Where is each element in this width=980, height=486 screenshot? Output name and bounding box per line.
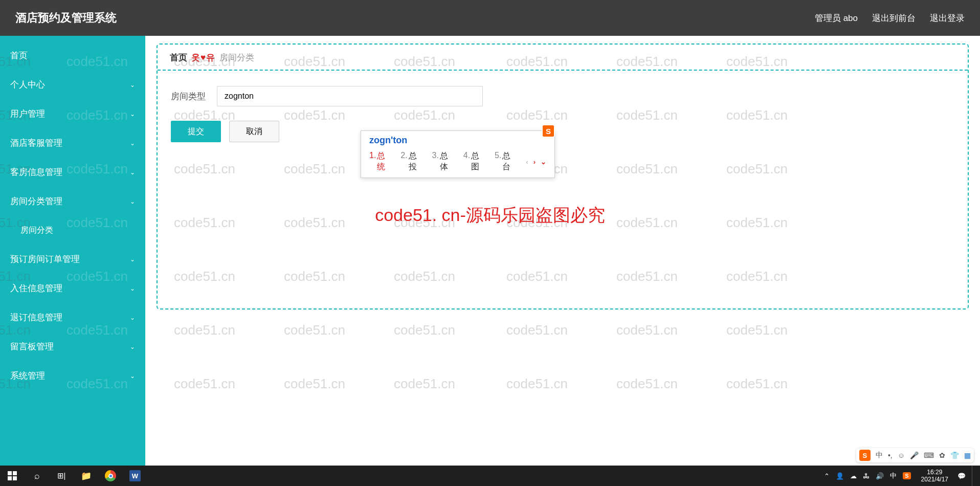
ime-prev-icon[interactable]: ‹ [526,158,528,166]
ime-expand-icon[interactable]: ⌄ [541,158,546,166]
search-icon: ⌕ [34,471,40,481]
sidebar-item-label: 系统管理 [10,370,45,382]
form-row-roomtype: 房间类型 [171,86,954,106]
sidebar-item-label: 入住信息管理 [10,282,62,294]
sidebar-item-label: 预订房间订单管理 [10,253,80,265]
submit-button[interactable]: 提交 [171,121,221,142]
sidebar-item-home[interactable]: 首页 [0,41,145,70]
tray-lang-icon[interactable]: 中 [890,471,897,480]
sidebar-item-label: 首页 [10,50,28,61]
taskview-button[interactable]: ⊞| [49,466,74,486]
start-button[interactable] [0,466,25,486]
ime-candidate[interactable]: 4.总图 [463,151,486,172]
chevron-down-icon: ⌄ [130,169,135,176]
sidebar-item-service[interactable]: 酒店客服管理⌄ [0,128,145,158]
svg-rect-2 [8,476,12,480]
chevron-down-icon: ⌄ [130,256,135,263]
sidebar-item-room-info[interactable]: 客房信息管理⌄ [0,158,145,187]
tray-up-icon[interactable]: ⌃ [824,472,830,480]
chevron-down-icon: ⌄ [130,343,135,350]
chevron-down-icon: ⌄ [130,140,135,147]
sidebar-item-profile[interactable]: 个人中心⌄ [0,70,145,99]
ime-toolbar[interactable]: S 中 •, ☺ 🎤 ⌨ ✿ 👕 ▦ [856,448,974,462]
ime-candidate[interactable]: 5.总台 [495,151,518,172]
header-frontend[interactable]: 退出到前台 [872,12,916,24]
ime-composition: zogn'ton [361,131,554,149]
svg-rect-0 [8,471,12,475]
sidebar-item-orders[interactable]: 预订房间订单管理⌄ [0,245,145,274]
sidebar-item-label: 留言板管理 [10,341,54,352]
panel-body: 房间类型 提交 取消 [158,71,968,158]
sidebar-item-label: 退订信息管理 [10,312,62,323]
ime-tool-icon[interactable]: ▦ [964,451,971,459]
sidebar-item-cancel[interactable]: 退订信息管理⌄ [0,303,145,332]
tray-people-icon[interactable]: 👤 [836,472,844,480]
header-right: 管理员 abo 退出到前台 退出登录 [815,12,965,24]
chevron-down-icon: ⌄ [130,111,135,118]
chrome-button[interactable] [98,466,123,486]
search-button[interactable]: ⌕ [25,466,49,486]
sidebar-item-label: 客房信息管理 [10,166,62,178]
clock-time: 16:29 [921,469,948,476]
content-area: 首页 옷♥유 房间分类 房间类型 提交 取消 [145,36,980,466]
cancel-button[interactable]: 取消 [229,121,279,142]
ime-lang-icon[interactable]: 中 [876,451,883,460]
sidebar-item-users[interactable]: 用户管理⌄ [0,99,145,128]
breadcrumb-decor-icon: 옷♥유 [191,52,215,63]
ime-popup: S zogn'ton 1.总统 2.总投 3.总体 4.总图 5.总台 ‹ › … [361,130,555,178]
panel: 首页 옷♥유 房间分类 房间类型 提交 取消 [157,43,969,310]
sidebar-sub-room-category[interactable]: 房间分类 [0,216,145,245]
header-user[interactable]: 管理员 abo [815,12,858,24]
sidebar-item-room-category[interactable]: 房间分类管理⌄ [0,187,145,216]
ime-next-icon[interactable]: › [533,158,536,166]
taskbar: ⌕ ⊞| 📁 W ⌃ 👤 ☁ 🖧 🔊 中 S 16:29 2021/4/17 💬 [0,466,980,486]
sidebar-item-checkin[interactable]: 入住信息管理⌄ [0,274,145,303]
ime-candidate[interactable]: 2.总投 [400,151,424,172]
taskbar-clock[interactable]: 16:29 2021/4/17 [916,469,953,483]
taskbar-left: ⌕ ⊞| 📁 W [0,466,147,486]
explorer-button[interactable]: 📁 [74,466,98,486]
windows-icon [8,471,17,480]
chevron-down-icon: ⌄ [130,314,135,321]
header-bar: 酒店预约及管理系统 管理员 abo 退出到前台 退出登录 [0,0,980,36]
tray-cloud-icon[interactable]: ☁ [850,472,857,480]
app-title: 酒店预约及管理系统 [15,10,117,26]
chrome-icon [105,470,116,481]
sogou-logo-icon: S [859,450,871,461]
ime-mic-icon[interactable]: 🎤 [910,451,919,459]
breadcrumb-home[interactable]: 首页 [170,52,187,63]
sidebar: 首页 个人中心⌄ 用户管理⌄ 酒店客服管理⌄ 客房信息管理⌄ 房间分类管理⌄ 房… [0,36,145,476]
tray-sogou-icon[interactable]: S [903,472,910,479]
breadcrumb-current: 房间分类 [219,52,254,63]
ime-keyboard-icon[interactable]: ⌨ [924,451,934,459]
ime-candidate[interactable]: 1.总统 [369,151,392,172]
ime-nav: ‹ › ⌄ [526,158,546,166]
ime-emoji-icon[interactable]: ☺ [898,451,905,459]
folder-icon: 📁 [81,471,92,481]
chevron-down-icon: ⌄ [130,285,135,292]
tray-volume-icon[interactable]: 🔊 [876,472,884,480]
taskbar-right: ⌃ 👤 ☁ 🖧 🔊 中 S 16:29 2021/4/17 💬 [819,466,980,486]
sidebar-item-label: 酒店客服管理 [10,137,62,149]
roomtype-label: 房间类型 [171,91,206,102]
ime-candidates: 1.总统 2.总投 3.总体 4.总图 5.总台 ‹ › ⌄ [361,149,554,178]
roomtype-input[interactable] [217,86,483,106]
ime-candidate[interactable]: 3.总体 [432,151,455,172]
sidebar-item-label: 用户管理 [10,108,45,120]
ime-skin-icon[interactable]: 👕 [950,451,959,459]
breadcrumb: 首页 옷♥유 房间分类 [158,45,968,71]
clock-date: 2021/4/17 [921,476,948,483]
ime-settings-icon[interactable]: ✿ [939,451,945,459]
header-logout[interactable]: 退出登录 [930,12,965,24]
notifications-icon[interactable]: 💬 [953,472,970,480]
sidebar-item-label: 个人中心 [10,79,45,91]
chevron-down-icon: ⌄ [130,372,135,380]
svg-rect-1 [13,471,17,475]
sogou-logo-icon: S [542,124,555,138]
tray-network-icon[interactable]: 🖧 [863,472,870,480]
ime-punct-icon[interactable]: •, [888,451,893,459]
sidebar-item-system[interactable]: 系统管理⌄ [0,361,145,390]
show-desktop-button[interactable] [972,466,976,486]
word-button[interactable]: W [123,466,147,486]
sidebar-item-messages[interactable]: 留言板管理⌄ [0,332,145,361]
